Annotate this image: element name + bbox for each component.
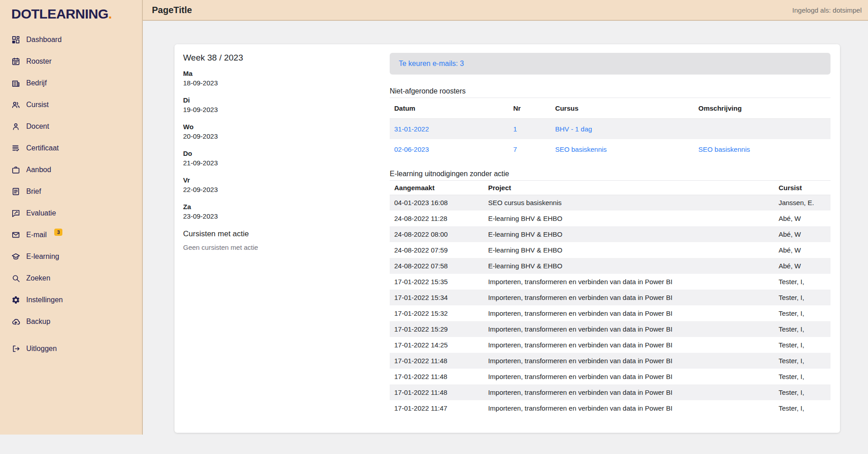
sidebar-item-label: Backup xyxy=(26,317,50,326)
table-cell: Tester, I, xyxy=(774,290,830,305)
table-cell: Tester, I, xyxy=(774,274,830,290)
day-label: Ma xyxy=(183,69,390,78)
sidebar-item-instellingen[interactable]: Instellingen xyxy=(0,293,142,307)
table-cell: Importeren, transformeren en verbinden v… xyxy=(484,369,774,384)
sidebar-item-label: E-learning xyxy=(26,252,59,261)
table-cell: 24-08-2022 08:00 xyxy=(390,226,484,242)
cloud-upload-icon xyxy=(11,317,20,326)
table-cell: Abé, W xyxy=(774,258,830,274)
day-date: 18-09-2023 xyxy=(183,78,390,88)
table-cell: Abé, W xyxy=(774,211,830,226)
table-cell: SEO basiskennis xyxy=(694,139,830,159)
sidebar-item-zoeken[interactable]: Zoeken xyxy=(0,271,142,286)
table-cell: 17-01-2022 15:32 xyxy=(390,305,484,321)
table-cell-link[interactable]: 7 xyxy=(513,145,517,153)
sidebar-item-docent[interactable]: Docent xyxy=(0,119,142,134)
logged-in-status: Ingelogd als: dotsimpel xyxy=(793,6,862,14)
sidebar-item-label: Docent xyxy=(26,122,49,131)
sidebar-item-label: Zoeken xyxy=(26,274,50,283)
table-header-row: Datum Nr Cursus Omschrijving xyxy=(390,98,830,119)
sidebar-item-label: Uitloggen xyxy=(26,344,57,353)
calendar-icon xyxy=(11,57,20,66)
table-cell: 17-01-2022 15:35 xyxy=(390,274,484,290)
top-header: PageTitle Ingelogd als: dotsimpel xyxy=(143,0,868,21)
table-row: 24-08-2022 07:59E-learning BHV & EHBOAbé… xyxy=(390,242,830,258)
sidebar-item-brief[interactable]: Brief xyxy=(0,184,142,199)
table-cell-link[interactable]: SEO basiskennis xyxy=(698,145,750,153)
table-cell-link[interactable]: 02-06-2023 xyxy=(394,145,429,153)
table-cell: 24-08-2022 11:28 xyxy=(390,211,484,226)
sidebar-item-email[interactable]: E-mail 3 xyxy=(0,228,142,242)
sidebar-item-label: Instellingen xyxy=(26,295,63,304)
document-icon xyxy=(11,187,20,196)
column-header: Omschrijving xyxy=(694,98,830,119)
te-keuren-emails-banner[interactable]: Te keuren e-mails: 3 xyxy=(390,53,830,75)
column-header: Aangemaakt xyxy=(390,180,484,195)
column-header: Cursus xyxy=(551,98,694,119)
table-cell: Importeren, transformeren en verbinden v… xyxy=(484,337,774,353)
sidebar-item-label: Aanbod xyxy=(26,165,51,174)
sidebar-item-aanbod[interactable]: Aanbod xyxy=(0,163,142,177)
table-cell: Tester, I, xyxy=(774,400,830,416)
dashboard-grid-icon xyxy=(11,35,20,44)
sidebar-item-label: Brief xyxy=(26,187,41,196)
email-count-badge: 3 xyxy=(54,229,62,236)
sidebar-item-backup[interactable]: Backup xyxy=(0,314,142,329)
table-cell-link[interactable]: 1 xyxy=(513,125,517,133)
table-cell: BHV - 1 dag xyxy=(551,119,694,139)
table-cell: E-learning BHV & EHBO xyxy=(484,211,774,226)
table-cell: E-learning BHV & EHBO xyxy=(484,242,774,258)
table-row: 17-01-2022 15:34Importeren, transformere… xyxy=(390,290,830,305)
search-icon xyxy=(11,274,20,283)
sidebar-item-label: Evaluatie xyxy=(26,209,56,218)
column-header: Nr xyxy=(509,98,551,119)
sidebar-item-rooster[interactable]: Rooster xyxy=(0,54,142,69)
sidebar-item-uitloggen[interactable]: Uitloggen xyxy=(0,342,142,356)
table-cell: Tester, I, xyxy=(774,321,830,337)
brand-logo[interactable]: DOTLEARNING. xyxy=(0,0,142,22)
day-label: Vr xyxy=(183,175,390,185)
table-row: 02-06-20237SEO basiskennisSEO basiskenni… xyxy=(390,139,830,159)
table-row: 17-01-2022 14:25Importeren, transformere… xyxy=(390,337,830,353)
table-row: 17-01-2022 15:29Importeren, transformere… xyxy=(390,321,830,337)
roosters-heading: Niet-afgeronde roosters xyxy=(390,86,830,96)
sidebar-item-evaluatie[interactable]: Evaluatie xyxy=(0,206,142,220)
graduation-cap-icon xyxy=(11,252,20,261)
table-row: 04-01-2023 16:08SEO cursus basiskennisJa… xyxy=(390,195,830,211)
table-cell: 02-06-2023 xyxy=(390,139,509,159)
table-cell: Janssen, E. xyxy=(774,195,830,211)
table-cell: Tester, I, xyxy=(774,337,830,353)
table-row: 17-01-2022 11:48Importeren, transformere… xyxy=(390,353,830,369)
table-cell: Importeren, transformeren en verbinden v… xyxy=(484,321,774,337)
sidebar-item-certificaat[interactable]: Certificaat xyxy=(0,141,142,155)
table-cell: Tester, I, xyxy=(774,353,830,369)
day-label: Za xyxy=(183,202,390,211)
column-header: Datum xyxy=(390,98,509,119)
table-cell: Abé, W xyxy=(774,226,830,242)
sidebar-item-label: Dashboard xyxy=(26,35,61,44)
table-cell-link[interactable]: BHV - 1 dag xyxy=(555,125,592,133)
sidebar-item-bedrijf[interactable]: Bedrijf xyxy=(0,76,142,90)
table-cell: 24-08-2022 07:59 xyxy=(390,242,484,258)
table-cell: SEO basiskennis xyxy=(551,139,694,159)
table-cell: Importeren, transformeren en verbinden v… xyxy=(484,400,774,416)
table-cell: 17-01-2022 11:47 xyxy=(390,400,484,416)
column-header: Cursist xyxy=(774,180,830,195)
table-header-row: Aangemaakt Project Cursist xyxy=(390,180,830,195)
table-cell: 1 xyxy=(509,119,551,139)
sidebar: DOTLEARNING. Dashboard Rooster Bedrijf C… xyxy=(0,0,143,435)
table-cell: 31-01-2022 xyxy=(390,119,509,139)
building-icon xyxy=(11,79,20,88)
week-day: Za 23-09-2023 xyxy=(183,202,390,221)
week-day: Wo 20-09-2023 xyxy=(183,122,390,141)
sidebar-item-cursist[interactable]: Cursist xyxy=(0,98,142,112)
sidebar-item-dashboard[interactable]: Dashboard xyxy=(0,33,142,47)
table-cell-link[interactable]: 31-01-2022 xyxy=(394,125,429,133)
table-cell xyxy=(694,119,830,139)
sidebar-item-label: Rooster xyxy=(26,57,52,66)
day-date: 23-09-2023 xyxy=(183,211,390,221)
dashboard-card: Week 38 / 2023 Ma 18-09-2023 Di 19-09-20… xyxy=(175,44,840,433)
sidebar-item-elearning[interactable]: E-learning xyxy=(0,249,142,264)
table-row: 24-08-2022 08:00E-learning BHV & EHBOAbé… xyxy=(390,226,830,242)
table-cell-link[interactable]: SEO basiskennis xyxy=(555,145,607,153)
